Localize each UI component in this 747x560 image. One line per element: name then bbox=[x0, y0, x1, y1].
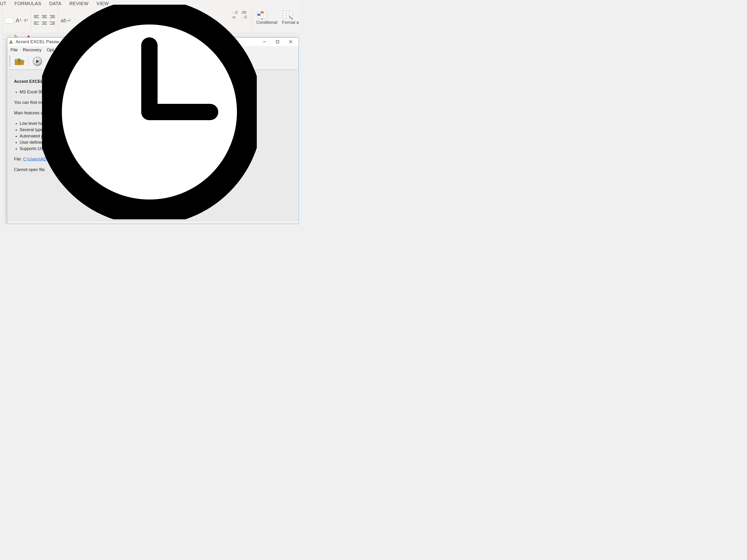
app-icon bbox=[9, 39, 13, 44]
content-heading: Accent EXCEL bbox=[14, 79, 43, 84]
font-size-input[interactable] bbox=[5, 18, 13, 23]
menu-file[interactable]: File bbox=[10, 47, 18, 53]
conditional-formatting-button[interactable]: ≠ Conditional bbox=[256, 10, 277, 25]
format-as-table-button[interactable]: Format a bbox=[282, 10, 299, 25]
maximize-button[interactable] bbox=[271, 37, 284, 46]
close-button[interactable] bbox=[284, 37, 297, 46]
font-size-group: A▲ A▼ bbox=[5, 17, 28, 24]
window-controls bbox=[258, 37, 297, 46]
svg-rect-35 bbox=[276, 41, 279, 43]
minimize-button[interactable] bbox=[258, 37, 271, 46]
align-left-icon[interactable] bbox=[33, 21, 40, 26]
align-top-icon[interactable] bbox=[33, 15, 40, 20]
svg-rect-24 bbox=[261, 11, 263, 13]
svg-point-33 bbox=[10, 42, 12, 44]
open-file-button[interactable] bbox=[13, 56, 25, 67]
conditional-formatting-icon: ≠ bbox=[256, 10, 268, 20]
clock-icon bbox=[42, 5, 257, 219]
svg-rect-27 bbox=[283, 11, 293, 18]
svg-rect-25 bbox=[257, 14, 260, 16]
format-as-table-label: Format a bbox=[282, 20, 299, 25]
format-as-table-icon bbox=[282, 10, 294, 20]
ribbon-separator bbox=[31, 10, 31, 31]
conditional-formatting-label: Conditional bbox=[256, 20, 277, 25]
start-button[interactable] bbox=[31, 56, 44, 67]
svg-text:≠: ≠ bbox=[261, 17, 263, 20]
file-label: File: bbox=[14, 157, 22, 161]
menu-recovery[interactable]: Recovery bbox=[23, 47, 42, 53]
ribbon-separator bbox=[2, 10, 3, 31]
increase-font-icon[interactable]: A▲ bbox=[16, 17, 22, 24]
toolbar-grip-icon bbox=[9, 56, 10, 67]
ribbon-tab-out[interactable]: UT bbox=[0, 1, 6, 6]
ribbon-tab-formulas[interactable]: FORMULAS bbox=[15, 1, 41, 6]
decrease-font-icon[interactable]: A▼ bbox=[24, 19, 28, 23]
